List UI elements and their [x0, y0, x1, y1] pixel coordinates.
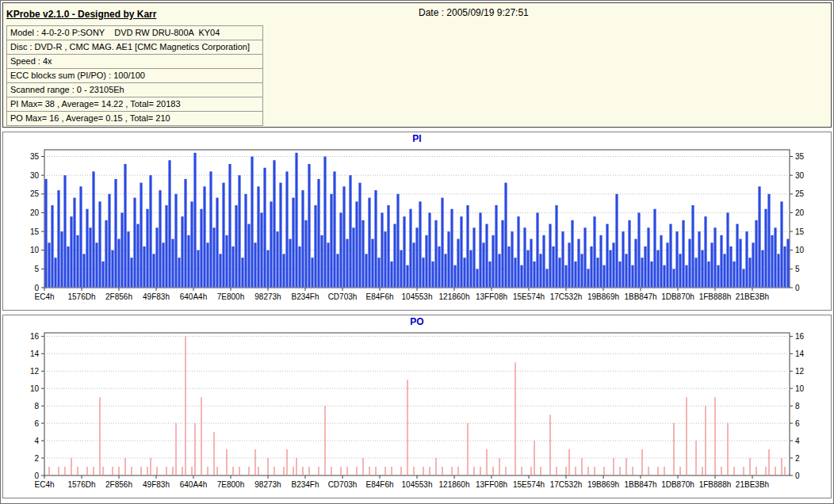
svg-text:0: 0 — [34, 472, 39, 480]
svg-text:16: 16 — [30, 332, 40, 341]
svg-text:104553h: 104553h — [402, 292, 433, 301]
info-row-disc: Disc : DVD-R , CMC MAG. AE1 [CMC Magneti… — [7, 40, 262, 55]
svg-text:1DB870h: 1DB870h — [661, 480, 694, 489]
info-row-model: Model : 4-0-2-0 P:SONY DVD RW DRU-800A K… — [7, 26, 262, 40]
svg-text:2F856h: 2F856h — [105, 480, 132, 489]
svg-text:15E574h: 15E574h — [513, 480, 545, 489]
svg-text:25: 25 — [795, 189, 805, 198]
svg-text:13FF08h: 13FF08h — [476, 292, 507, 301]
po-chart-title: PO — [3, 315, 831, 328]
svg-text:104553h: 104553h — [402, 480, 433, 489]
header-panel: KProbe v2.1.0 - Designed by Karr Date : … — [2, 2, 832, 128]
info-row-speed: Speed : 4x — [7, 55, 262, 69]
svg-text:1DB870h: 1DB870h — [661, 292, 694, 301]
svg-text:1576Dh: 1576Dh — [67, 480, 95, 489]
scan-date: Date : 2005/09/19 9:27:51 — [419, 7, 529, 18]
info-row-ecc: ECC blocks sum (PI/PO) : 100/100 — [7, 69, 262, 83]
svg-text:49F83h: 49F83h — [143, 480, 170, 489]
svg-text:21BE3Bh: 21BE3Bh — [736, 480, 769, 489]
svg-text:640A4h: 640A4h — [180, 292, 207, 301]
svg-text:10: 10 — [30, 384, 40, 393]
svg-text:98273h: 98273h — [254, 292, 281, 301]
svg-text:30: 30 — [30, 171, 40, 180]
svg-text:17C532h: 17C532h — [550, 292, 583, 301]
svg-text:1576Dh: 1576Dh — [67, 292, 95, 301]
po-chart-panel: PO 00224466881010121214141616EC4h1576Dh2… — [2, 315, 832, 498]
pi-chart-panel: PI 0055101015152020252530303535EC4h1576D… — [2, 132, 832, 311]
svg-text:1FB888h: 1FB888h — [699, 480, 732, 489]
info-row-scanned-range: Scanned range : 0 - 23105Eh — [7, 83, 262, 97]
scan-info-box: Model : 4-0-2-0 P:SONY DVD RW DRU-800A K… — [6, 25, 263, 126]
svg-text:121860h: 121860h — [439, 480, 470, 489]
svg-text:7E800h: 7E800h — [217, 480, 244, 489]
svg-text:14: 14 — [795, 349, 805, 358]
svg-text:8: 8 — [795, 402, 800, 410]
pi-chart: 0055101015152020252530303535EC4h1576Dh2F… — [5, 145, 829, 308]
svg-text:15: 15 — [795, 227, 805, 236]
svg-text:10: 10 — [795, 246, 805, 254]
svg-text:B234Fh: B234Fh — [291, 480, 319, 489]
svg-text:15: 15 — [30, 227, 40, 236]
svg-text:16: 16 — [795, 332, 805, 341]
svg-text:0: 0 — [795, 284, 800, 292]
svg-text:4: 4 — [795, 437, 800, 445]
svg-text:20: 20 — [30, 208, 40, 217]
svg-text:6: 6 — [795, 419, 800, 428]
svg-text:5: 5 — [34, 265, 39, 273]
svg-text:EC4h: EC4h — [34, 480, 54, 489]
svg-text:13FF08h: 13FF08h — [476, 480, 507, 489]
svg-text:14: 14 — [30, 349, 40, 358]
svg-text:12: 12 — [795, 367, 805, 376]
svg-text:49F83h: 49F83h — [143, 292, 170, 301]
svg-text:B234Fh: B234Fh — [291, 292, 319, 301]
svg-text:8: 8 — [34, 402, 39, 410]
app-title: KProbe v2.1.0 - Designed by Karr — [6, 9, 156, 20]
svg-text:30: 30 — [795, 171, 805, 180]
svg-text:2: 2 — [795, 454, 800, 463]
svg-text:CD703h: CD703h — [328, 480, 358, 489]
svg-text:640A4h: 640A4h — [180, 480, 207, 489]
po-chart: 00224466881010121214141616EC4h1576Dh2F85… — [5, 328, 829, 496]
svg-text:35: 35 — [795, 152, 805, 161]
info-row-pi-summary: PI Max= 38 , Average= 14.22 , Total= 201… — [7, 97, 262, 112]
svg-text:CD703h: CD703h — [328, 292, 358, 301]
svg-text:98273h: 98273h — [254, 480, 281, 489]
header-row: KProbe v2.1.0 - Designed by Karr Date : … — [6, 6, 824, 24]
svg-text:1FB888h: 1FB888h — [699, 292, 732, 301]
svg-text:2: 2 — [34, 454, 39, 463]
svg-text:0: 0 — [34, 284, 39, 292]
svg-text:2F856h: 2F856h — [105, 292, 132, 301]
svg-text:4: 4 — [34, 437, 39, 445]
svg-text:15E574h: 15E574h — [513, 292, 545, 301]
svg-text:20: 20 — [795, 208, 805, 217]
svg-text:21BE3Bh: 21BE3Bh — [736, 292, 769, 301]
svg-text:19B869h: 19B869h — [587, 292, 619, 301]
svg-text:E84F6h: E84F6h — [365, 480, 393, 489]
svg-text:19B869h: 19B869h — [587, 480, 619, 489]
svg-text:12: 12 — [30, 367, 40, 376]
svg-text:1BB847h: 1BB847h — [624, 292, 656, 301]
svg-text:25: 25 — [30, 189, 40, 198]
svg-text:10: 10 — [795, 384, 805, 393]
pi-chart-title: PI — [3, 132, 831, 145]
svg-text:121860h: 121860h — [439, 292, 470, 301]
svg-text:EC4h: EC4h — [34, 292, 54, 301]
svg-text:7E800h: 7E800h — [217, 292, 244, 301]
svg-text:6: 6 — [34, 419, 39, 428]
svg-text:5: 5 — [795, 265, 800, 273]
svg-text:1BB847h: 1BB847h — [624, 480, 656, 489]
svg-text:17C532h: 17C532h — [550, 480, 583, 489]
kprobe-window: KProbe v2.1.0 - Designed by Karr Date : … — [0, 0, 834, 504]
svg-text:35: 35 — [30, 152, 40, 161]
info-row-po-summary: PO Max= 16 , Average= 0.15 , Total= 210 — [7, 112, 262, 125]
svg-text:0: 0 — [795, 472, 800, 480]
svg-text:10: 10 — [30, 246, 40, 254]
svg-text:E84F6h: E84F6h — [365, 292, 393, 301]
